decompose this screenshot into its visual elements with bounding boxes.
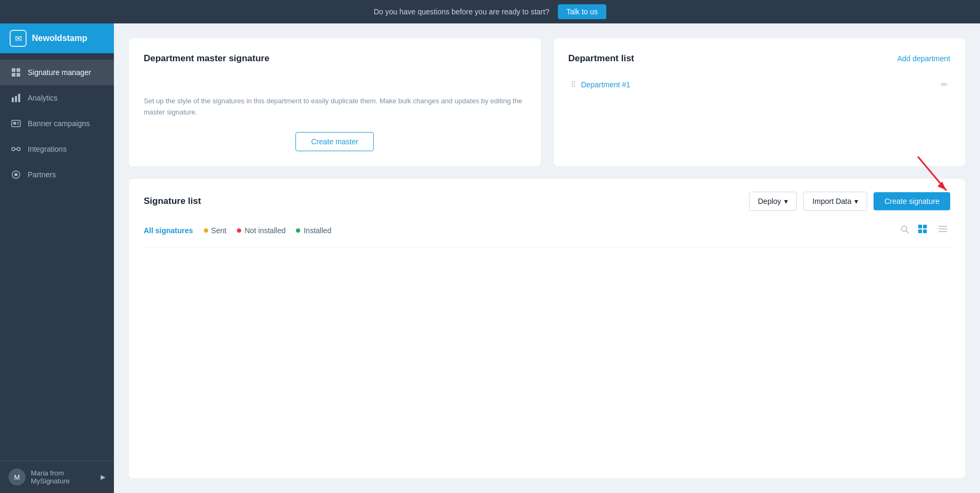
sidebar-footer[interactable]: M Maria from MySignature ▶ — [0, 461, 114, 493]
dept-list-header: Department list Add department — [569, 53, 951, 64]
signature-list-actions: Deploy ▾ Import Data ▾ Create signature — [749, 192, 950, 211]
chevron-down-icon: ▾ — [784, 197, 788, 206]
signature-list-header: Signature list Deploy ▾ Import Data ▾ Cr… — [144, 192, 950, 211]
expand-icon: ▶ — [101, 473, 105, 481]
signature-filter-row: All signatures Sent Not installed Instal… — [144, 221, 950, 248]
not-installed-dot — [237, 228, 241, 233]
filter-sent[interactable]: Sent — [204, 226, 227, 235]
sidebar-item-label: Analytics — [28, 94, 57, 102]
dept-master-card: Department master signature Set up the s… — [129, 38, 541, 166]
top-banner: Do you have questions before you are rea… — [0, 0, 980, 23]
analytics-icon — [11, 93, 21, 103]
signature-list-body — [144, 248, 950, 355]
add-department-link[interactable]: Add department — [897, 54, 950, 63]
svg-line-19 — [907, 231, 909, 233]
dept-list-title: Department list — [569, 53, 635, 64]
sidebar-item-partners[interactable]: Partners — [0, 162, 114, 187]
deploy-button[interactable]: Deploy ▾ — [749, 192, 797, 211]
talk-to-us-button[interactable]: Talk to us — [558, 4, 606, 19]
svg-rect-4 — [12, 97, 14, 102]
dept-list-card: Department list Add department ⠿ Departm… — [554, 38, 966, 166]
signature-list-title: Signature list — [144, 196, 201, 207]
sent-dot — [204, 228, 208, 233]
signature-list-actions-wrapper: Deploy ▾ Import Data ▾ Create signature — [749, 192, 950, 211]
avatar: M — [9, 469, 26, 486]
sidebar-item-label: Banner campaigns — [28, 119, 90, 128]
main-content: Department master signature Set up the s… — [114, 23, 980, 493]
user-name: Maria from MySignature — [31, 469, 95, 485]
svg-rect-5 — [15, 96, 17, 102]
dept-list-item: ⠿ Department #1 ✏ — [569, 75, 951, 95]
grid-view-icon[interactable] — [915, 221, 930, 239]
integrations-icon — [11, 144, 21, 154]
svg-rect-22 — [918, 229, 922, 233]
filter-not-installed-label: Not installed — [244, 226, 285, 235]
signature-list-section: Signature list Deploy ▾ Import Data ▾ Cr… — [129, 179, 965, 478]
partners-icon — [11, 169, 21, 180]
svg-marker-17 — [937, 182, 946, 190]
filter-sent-label: Sent — [211, 226, 227, 235]
sidebar-item-analytics[interactable]: Analytics — [0, 85, 114, 111]
banner-campaigns-icon — [11, 118, 21, 129]
edit-icon[interactable]: ✏ — [941, 80, 948, 89]
filter-installed-label: Installed — [303, 226, 331, 235]
banner-message: Do you have questions before you are rea… — [374, 7, 549, 16]
dept-master-title: Department master signature — [144, 53, 526, 64]
svg-rect-0 — [12, 68, 15, 72]
signature-filters: All signatures Sent Not installed Instal… — [144, 226, 332, 235]
dept-name: Department #1 — [581, 80, 631, 89]
sidebar: ✉ Newoldstamp Signature manager Analytic… — [0, 23, 114, 493]
create-signature-button[interactable]: Create signature — [874, 192, 950, 210]
signature-manager-icon — [11, 67, 21, 78]
chevron-down-icon: ▾ — [854, 197, 858, 206]
filter-all-label: All signatures — [144, 226, 193, 235]
sidebar-item-label: Signature manager — [28, 68, 91, 77]
svg-rect-23 — [923, 229, 927, 233]
list-view-icon[interactable] — [935, 221, 950, 239]
svg-point-11 — [12, 147, 15, 151]
filter-not-installed[interactable]: Not installed — [237, 226, 285, 235]
sidebar-item-signature-manager[interactable]: Signature manager — [0, 60, 114, 85]
filter-all-signatures[interactable]: All signatures — [144, 226, 193, 235]
svg-point-15 — [14, 173, 18, 176]
installed-dot — [296, 228, 300, 233]
sidebar-item-label: Partners — [28, 170, 56, 179]
svg-rect-3 — [17, 73, 20, 77]
dept-master-description: Set up the style of the signatures in th… — [144, 96, 526, 119]
app-name: Newoldstamp — [32, 34, 87, 43]
filter-installed[interactable]: Installed — [296, 226, 331, 235]
import-data-button[interactable]: Import Data ▾ — [803, 192, 867, 211]
svg-rect-1 — [17, 68, 20, 72]
create-master-button[interactable]: Create master — [295, 132, 374, 151]
svg-rect-20 — [918, 225, 922, 228]
view-controls — [900, 221, 950, 239]
dept-master-actions: Create master — [144, 132, 526, 151]
cards-row: Department master signature Set up the s… — [129, 38, 965, 166]
svg-rect-8 — [13, 122, 16, 125]
sidebar-nav: Signature manager Analytics Banner campa… — [0, 53, 114, 461]
svg-point-12 — [17, 147, 20, 151]
sidebar-item-label: Integrations — [28, 145, 67, 153]
sidebar-item-banner-campaigns[interactable]: Banner campaigns — [0, 111, 114, 136]
search-icon[interactable] — [900, 225, 910, 236]
sidebar-item-integrations[interactable]: Integrations — [0, 136, 114, 162]
svg-rect-21 — [923, 225, 927, 228]
svg-rect-2 — [12, 73, 15, 77]
drag-icon: ⠿ — [571, 80, 576, 89]
svg-rect-6 — [18, 94, 20, 102]
sidebar-logo[interactable]: ✉ Newoldstamp — [0, 23, 114, 53]
logo-icon: ✉ — [10, 30, 27, 47]
